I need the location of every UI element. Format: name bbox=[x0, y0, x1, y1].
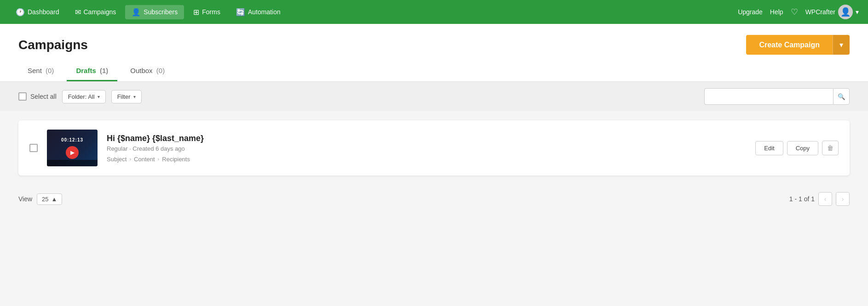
subscribers-icon: 👤 bbox=[132, 8, 141, 17]
create-campaign-button[interactable]: Create Campaign bbox=[746, 35, 833, 55]
nav-left: 🕐 Dashboard ✉ Campaigns 👤 Subscribers ⊞ … bbox=[9, 5, 738, 19]
campaigns-list: 00:12:13 ▶ Hi {$name} {$last_name} Regul… bbox=[0, 111, 868, 185]
pagination-text: 1 - 1 of 1 bbox=[789, 195, 815, 203]
tab-outbox[interactable]: Outbox (0) bbox=[121, 62, 174, 81]
automation-icon: 🔄 bbox=[236, 8, 245, 17]
tab-sent-count: (0) bbox=[46, 67, 54, 74]
search-input[interactable] bbox=[704, 88, 833, 105]
nav-forms-label: Forms bbox=[202, 8, 220, 16]
folder-chevron-icon: ▾ bbox=[98, 94, 100, 99]
campaign-meta: Regular · Created 6 days ago bbox=[107, 145, 746, 152]
toolbar-left: Select all Folder: All ▾ Filter ▾ bbox=[18, 90, 142, 103]
tab-outbox-label: Outbox bbox=[130, 67, 152, 74]
avatar: 👤 bbox=[838, 5, 853, 19]
nav-item-automation[interactable]: 🔄 Automation bbox=[230, 5, 287, 19]
tab-drafts-label: Drafts bbox=[76, 67, 96, 74]
nav-item-subscribers[interactable]: 👤 Subscribers bbox=[125, 5, 184, 19]
search-icon: 🔍 bbox=[838, 93, 845, 100]
step-content[interactable]: Content bbox=[134, 156, 155, 163]
toolbar: Select all Folder: All ▾ Filter ▾ 🔍 bbox=[0, 82, 868, 111]
campaign-steps: Subject › Content › Recipients bbox=[107, 156, 746, 163]
campaign-thumbnail: 00:12:13 ▶ bbox=[47, 130, 98, 166]
main-header: Campaigns Create Campaign ▾ Sent (0) Dra… bbox=[0, 24, 868, 82]
username-label: WPCrafter bbox=[805, 8, 835, 16]
chevron-icon-2: › bbox=[158, 156, 160, 162]
campaigns-icon: ✉ bbox=[75, 8, 81, 17]
nav-item-dashboard[interactable]: 🕐 Dashboard bbox=[9, 5, 66, 19]
create-campaign-wrap: Create Campaign ▾ bbox=[746, 35, 850, 55]
nav-campaigns-label: Campaigns bbox=[84, 8, 116, 16]
filter-label: Filter bbox=[117, 93, 131, 100]
select-all-wrap[interactable]: Select all bbox=[18, 92, 57, 101]
tab-sent-label: Sent bbox=[28, 67, 42, 74]
filter-chevron-icon: ▾ bbox=[133, 94, 136, 99]
per-page-value: 25 bbox=[42, 196, 48, 203]
per-page-arrow-icon: ▲ bbox=[52, 196, 57, 203]
favorites-icon[interactable]: ♡ bbox=[791, 7, 798, 17]
nav-right: Upgrade Help ♡ WPCrafter 👤 ▾ bbox=[738, 5, 859, 19]
delete-button[interactable]: 🗑 bbox=[822, 141, 839, 155]
filter-dropdown[interactable]: Filter ▾ bbox=[111, 90, 142, 103]
campaign-tabs: Sent (0) Drafts (1) Outbox (0) bbox=[18, 62, 850, 81]
folder-dropdown[interactable]: Folder: All ▾ bbox=[62, 90, 106, 103]
thumbnail-bar bbox=[47, 160, 98, 166]
nav-item-campaigns[interactable]: ✉ Campaigns bbox=[69, 5, 123, 19]
forms-icon: ⊞ bbox=[193, 8, 199, 17]
edit-button[interactable]: Edit bbox=[755, 141, 783, 155]
folder-label: Folder: All bbox=[68, 93, 95, 100]
prev-page-button[interactable]: ‹ bbox=[818, 192, 832, 206]
select-all-label: Select all bbox=[30, 93, 57, 100]
view-label: View bbox=[18, 195, 32, 203]
header-top: Campaigns Create Campaign ▾ bbox=[18, 35, 850, 62]
tab-drafts-count: (1) bbox=[100, 67, 108, 74]
user-menu[interactable]: WPCrafter 👤 ▾ bbox=[805, 5, 859, 19]
next-page-button[interactable]: › bbox=[836, 192, 850, 206]
footer: View 25 ▲ 1 - 1 of 1 ‹ › bbox=[0, 185, 868, 213]
trash-icon: 🗑 bbox=[827, 144, 834, 152]
select-all-checkbox[interactable] bbox=[18, 92, 27, 101]
nav-item-forms[interactable]: ⊞ Forms bbox=[187, 5, 227, 19]
campaign-info: Hi {$name} {$last_name} Regular · Create… bbox=[107, 134, 746, 163]
search-wrap: 🔍 bbox=[704, 88, 850, 105]
thumbnail-content: 00:12:13 ▶ bbox=[47, 130, 98, 166]
pagination: 1 - 1 of 1 ‹ › bbox=[789, 192, 850, 206]
search-button[interactable]: 🔍 bbox=[833, 88, 850, 105]
thumbnail-timer: 00:12:13 bbox=[61, 137, 83, 142]
page-title: Campaigns bbox=[18, 38, 88, 52]
create-campaign-dropdown[interactable]: ▾ bbox=[833, 35, 850, 55]
user-dropdown-icon: ▾ bbox=[856, 8, 859, 16]
view-wrap: View 25 ▲ bbox=[18, 193, 62, 205]
chevron-icon-1: › bbox=[129, 156, 131, 162]
per-page-select[interactable]: 25 ▲ bbox=[37, 193, 62, 205]
upgrade-link[interactable]: Upgrade bbox=[738, 8, 763, 16]
step-subject[interactable]: Subject bbox=[107, 156, 126, 163]
campaign-title: Hi {$name} {$last_name} bbox=[107, 134, 746, 143]
campaign-checkbox[interactable] bbox=[29, 144, 38, 152]
campaign-card: 00:12:13 ▶ Hi {$name} {$last_name} Regul… bbox=[18, 120, 850, 176]
main-nav: 🕐 Dashboard ✉ Campaigns 👤 Subscribers ⊞ … bbox=[0, 0, 868, 24]
copy-button[interactable]: Copy bbox=[787, 141, 818, 155]
nav-automation-label: Automation bbox=[248, 8, 281, 16]
dashboard-icon: 🕐 bbox=[16, 8, 25, 17]
tab-sent[interactable]: Sent (0) bbox=[18, 62, 63, 81]
campaign-actions: Edit Copy 🗑 bbox=[755, 141, 839, 155]
nav-dashboard-label: Dashboard bbox=[28, 8, 59, 16]
help-link[interactable]: Help bbox=[770, 8, 783, 16]
nav-subscribers-label: Subscribers bbox=[144, 8, 178, 16]
step-recipients[interactable]: Recipients bbox=[162, 156, 190, 163]
tab-outbox-count: (0) bbox=[156, 67, 165, 74]
play-icon: ▶ bbox=[66, 146, 79, 159]
tab-drafts[interactable]: Drafts (1) bbox=[67, 62, 117, 81]
